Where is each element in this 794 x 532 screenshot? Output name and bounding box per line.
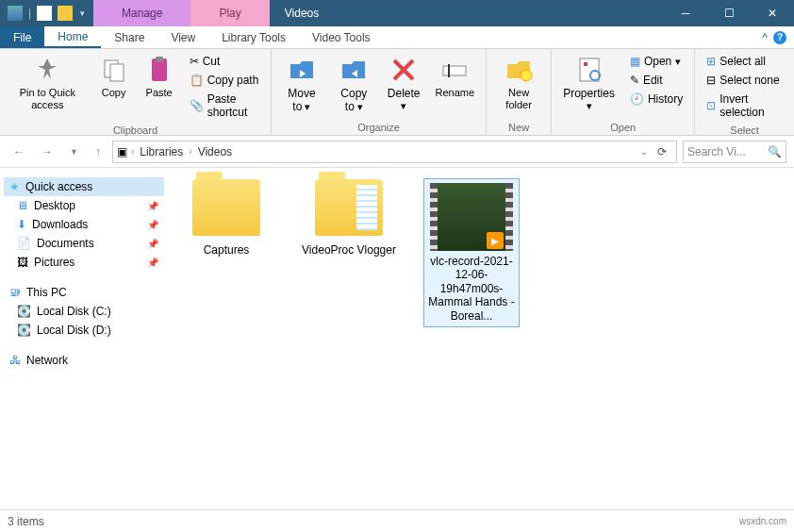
new-group-label: New [492,120,545,135]
home-tab[interactable]: Home [44,26,101,48]
select-all-icon: ⊞ [706,55,716,68]
chevron-right-icon[interactable]: › [131,146,134,157]
svg-rect-4 [443,66,466,75]
documents-icon: 📄 [17,237,31,250]
organize-group: Move to ▾ Copy to ▾ Delete ▾ Rename Orga… [272,49,487,135]
pin-to-quick-access-button[interactable]: Pin to Quick access [6,51,90,115]
local-disk-c-nav[interactable]: 💽Local Disk (C:) [4,302,164,321]
open-button[interactable]: ▦Open ▾ [626,53,686,70]
breadcrumb-videos[interactable]: Videos [196,145,234,158]
view-tab[interactable]: View [157,26,208,48]
context-tab-play[interactable]: Play [190,0,269,26]
select-group: ⊞Select all ⊟Select none ⊡Invert selecti… [695,49,794,135]
app-icon [8,6,23,21]
forward-button[interactable]: → [36,141,58,162]
new-group: New folder New [487,49,552,135]
library-tools-tab[interactable]: Library Tools [208,26,299,48]
documents-nav[interactable]: 📄Documents📌 [4,234,164,253]
folder-captures[interactable]: Captures [179,179,273,257]
cut-icon: ✂ [190,55,199,68]
video-file-vlc-record[interactable]: ▶ vlc-record-2021-12-06-19h47m00s-Mammal… [424,179,519,326]
back-button[interactable]: ← [8,141,30,162]
pin-icon [32,55,62,85]
address-bar: ← → ▼ ↑ ▣ › Libraries › Videos ⌄ ⟳ Searc… [0,136,794,168]
pin-icon: 📌 [147,220,158,230]
rename-button[interactable]: Rename [429,51,480,103]
search-icon: 🔍 [768,145,782,158]
breadcrumb-bar[interactable]: ▣ › Libraries › Videos ⌄ ⟳ [112,141,677,163]
select-all-button[interactable]: ⊞Select all [703,53,786,70]
open-icon: ▦ [630,55,640,68]
paste-shortcut-icon: 📎 [190,99,204,112]
invert-selection-button[interactable]: ⊡Invert selection [703,91,786,121]
watermark: wsxdn.com [739,516,786,526]
paste-shortcut-button[interactable]: 📎Paste shortcut [186,91,263,121]
history-button[interactable]: 🕘History [626,91,686,108]
copy-icon [99,55,129,85]
history-icon: 🕘 [630,92,644,106]
select-none-button[interactable]: ⊟Select none [703,72,786,89]
quick-access-nav[interactable]: ★Quick access [4,177,164,196]
rename-icon [439,55,470,85]
this-pc-nav[interactable]: 🖳This PC [4,283,164,302]
search-input[interactable]: Search Vi... 🔍 [683,141,786,163]
downloads-nav[interactable]: ⬇Downloads📌 [4,215,164,234]
copy-path-icon: 📋 [190,74,204,87]
delete-button[interactable]: Delete ▾ [382,51,426,117]
status-bar: 3 items wsxdn.com [0,509,794,532]
copy-to-button[interactable]: Copy to ▾ [330,51,378,118]
properties-button[interactable]: Properties ▾ [557,51,620,117]
pin-icon: 📌 [147,258,158,268]
delete-icon [389,55,419,85]
title-bar: | ▼ Manage Play Videos ─ ☐ ✕ [0,0,794,26]
video-tools-tab[interactable]: Video Tools [299,26,384,48]
network-icon: 🖧 [9,354,21,367]
drive-icon: 💽 [17,324,31,337]
organize-group-label: Organize [277,120,480,135]
desktop-nav[interactable]: 🖥Desktop📌 [4,196,164,215]
file-list[interactable]: Captures VideoProc Vlogger ▶ vlc-record-… [168,168,794,509]
edit-button[interactable]: ✎Edit [626,72,686,89]
select-group-label: Select [701,123,788,138]
edit-icon: ✎ [630,74,639,87]
item-count: 3 items [8,515,44,528]
pin-icon: 📌 [147,201,158,211]
close-button[interactable]: ✕ [751,0,794,26]
file-tab[interactable]: File [0,26,44,48]
desktop-icon: 🖥 [17,199,28,212]
cut-button[interactable]: ✂Cut [186,53,263,70]
context-tab-manage[interactable]: Manage [93,0,190,26]
up-button[interactable]: ↑ [90,141,107,162]
help-icon[interactable]: ? [773,31,786,44]
move-to-button[interactable]: Move to ▾ [277,51,326,118]
clipboard-group-label: Clipboard [6,123,265,138]
properties-qat-icon[interactable] [37,6,52,21]
copy-button[interactable]: Copy [93,51,135,103]
new-folder-qat-icon[interactable] [58,6,73,21]
breadcrumb-libraries[interactable]: Libraries [138,145,185,158]
local-disk-d-nav[interactable]: 💽Local Disk (D:) [4,321,164,340]
new-folder-button[interactable]: New folder [492,51,545,115]
chevron-right-icon[interactable]: › [189,146,191,157]
maximize-button[interactable]: ☐ [707,0,751,26]
pictures-nav[interactable]: 🖼Pictures📌 [4,253,164,272]
network-nav[interactable]: 🖧Network [4,351,164,370]
paste-button[interactable]: Paste [139,51,180,103]
pc-icon: 🖳 [9,286,21,299]
share-tab[interactable]: Share [101,26,157,48]
copy-path-button[interactable]: 📋Copy path [186,72,263,89]
minimize-button[interactable]: ─ [664,0,707,26]
folder-videoproc-vlogger[interactable]: VideoProc Vlogger [302,179,396,257]
qat-dropdown-icon[interactable]: ▼ [78,9,86,18]
folder-icon: ▣ [117,145,127,158]
invert-selection-icon: ⊡ [706,99,716,112]
recent-dropdown[interactable]: ▼ [64,143,84,160]
breadcrumb-dropdown-icon[interactable]: ⌄ [640,147,648,157]
collapse-ribbon-icon[interactable]: ^ [762,31,768,44]
downloads-icon: ⬇ [17,218,26,231]
video-thumbnail: ▶ [430,183,513,251]
folder-icon [315,179,383,236]
copy-to-icon [339,55,369,85]
refresh-button[interactable]: ⟳ [652,145,672,158]
move-to-icon [287,55,317,85]
